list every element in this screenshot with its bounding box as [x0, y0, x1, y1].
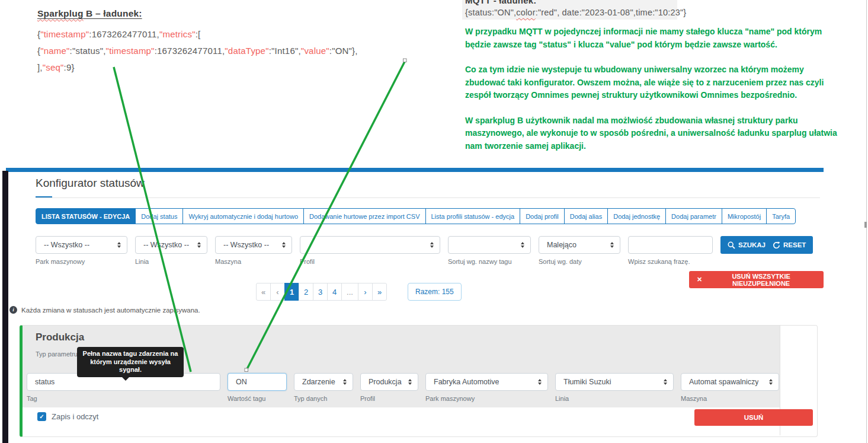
pagination-ellipsis[interactable]: ...: [341, 283, 358, 301]
field-label: Maszyna: [215, 258, 292, 265]
field-label: Typ danych: [294, 395, 353, 402]
filter-park-maszynowy-select[interactable]: -- Wszystko --: [36, 236, 127, 254]
field-label: Profil: [300, 258, 440, 265]
tab-taryfa[interactable]: Taryfa: [766, 208, 796, 224]
pagination-page-4[interactable]: 4: [327, 283, 342, 301]
json-key: "timestamp": [106, 46, 155, 56]
pagination-prev[interactable]: ‹: [270, 283, 285, 301]
status-park-maszynowy-group: Fabryka AutomotivePark maszynowy: [425, 373, 548, 402]
field-label: Maszyna: [681, 395, 779, 402]
status-wartosc-tagu-input[interactable]: ON: [228, 373, 287, 391]
mqtt-json-pre: {status:"ON",: [465, 8, 516, 17]
pagination-page-2[interactable]: 2: [299, 283, 313, 301]
mqtt-json-post: :"red", date:"2023-01-08",time:"10:23"}: [536, 8, 687, 17]
json-text: :1673262477011,: [155, 46, 225, 56]
page: Sparkplug B – ładunek: {"timestamp":1673…: [0, 0, 868, 443]
tooltip-line-2: którym urządzenie wysyła sygnał.: [81, 358, 180, 374]
tab-dodaj-jednostke[interactable]: Dodaj jednostkę: [607, 208, 666, 224]
json-key: "dataType": [225, 46, 268, 56]
field-label: Wpisz szukaną frazę.: [628, 258, 713, 265]
read-write-checkbox[interactable]: [37, 412, 46, 421]
json-text: :"ON"},: [329, 46, 358, 56]
field-label: Park maszynowy: [36, 258, 127, 265]
status-typ-danych-select[interactable]: Zdarzenie: [294, 373, 353, 391]
sort-updown-icon: [430, 242, 434, 248]
filter-profil-group: Profil: [300, 236, 440, 265]
delete-all-button-label: USUŃ WSZSYTKIE NIEUZUPEŁNIONE: [706, 273, 816, 287]
mqtt-paragraph-3: W sparkplug B użytkownik nadal ma możlwi…: [465, 114, 845, 153]
mqtt-note: MQTT - ładunek: {status:"ON",color:"red"…: [465, 0, 845, 152]
pagination-page-3[interactable]: 3: [313, 283, 328, 301]
status-maszyna-select[interactable]: Automat spawalniczy: [681, 373, 779, 391]
filter-maszyna-select[interactable]: -- Wszystko --: [215, 236, 292, 254]
json-text: :[: [196, 29, 201, 39]
field-value: status: [35, 378, 55, 386]
filter-sortuj-wg-daty-group: MalejącoSortuj wg. daty: [539, 236, 620, 265]
tab-dodaj-alias[interactable]: Dodaj alias: [564, 208, 608, 224]
pagination-page-1[interactable]: 1: [284, 283, 299, 301]
tab-wykryj-automatycznie-i-dodaj-hurtowo[interactable]: Wykryj automatycznie i dodaj hurtowo: [182, 208, 304, 224]
sort-updown-icon: [769, 379, 773, 385]
field-value: Zdarzenie: [302, 378, 335, 386]
total-badge: Razem: 155: [408, 283, 462, 301]
tab-dodaj-profil[interactable]: Dodaj profil: [520, 208, 565, 224]
tooltip-arrow: [122, 377, 129, 381]
filter-wpisz-szukana-fraze-group: Wpisz szukaną frazę.: [628, 236, 713, 265]
filter-sortuj-wg-daty-select[interactable]: Malejąco: [539, 236, 620, 254]
filter-sortuj-wg-nazwy-tagu-group: Sortuj wg. nazwy tagu: [448, 236, 531, 265]
tab-lista-statusow-edycja[interactable]: LISTA STATUSÓW - EDYCJA: [36, 208, 136, 224]
mqtt-note-title: MQTT - ładunek:: [465, 0, 845, 5]
sort-updown-icon: [117, 242, 121, 248]
sort-updown-icon: [408, 379, 412, 385]
sort-updown-icon: [343, 379, 347, 385]
scrollbar-marker: [864, 222, 867, 228]
json-text: :9}: [64, 62, 75, 72]
tab-dodaj-status[interactable]: Dodaj status: [135, 208, 183, 224]
search-icon: [728, 241, 735, 249]
filter-linia-select[interactable]: -- Wszystko --: [135, 236, 207, 254]
status-fields-row: statusTagONWartość taguZdarzenieTyp dany…: [27, 373, 779, 402]
field-value: Fabryka Automotive: [434, 378, 499, 386]
filter-park-maszynowy-group: -- Wszystko --Park maszynowy: [36, 236, 127, 265]
reset-button[interactable]: RESET: [765, 236, 813, 254]
tab-lista-profili-statusow-edycja[interactable]: Lista profili statusów - edycja: [425, 208, 521, 224]
autosave-note-text: Każda zmiana w statusach jest automatycz…: [21, 307, 200, 314]
tab-dodaj-parametr[interactable]: Dodaj parametr: [665, 208, 722, 224]
pagination-next[interactable]: ›: [358, 283, 373, 301]
field-label: Profil: [360, 395, 418, 402]
status-linia-select[interactable]: Tłumiki Suzuki: [555, 373, 674, 391]
read-write-row: Zapis i odczyt: [37, 412, 98, 421]
status-profil-select[interactable]: Produkcja: [360, 373, 418, 391]
tab-mikropostoj[interactable]: Mikropostój: [722, 208, 767, 224]
delete-status-button[interactable]: USUŃ: [694, 409, 813, 426]
json-text: :"status",: [70, 46, 106, 56]
pagination-first[interactable]: «: [256, 283, 271, 301]
pagination-last[interactable]: »: [372, 283, 387, 301]
field-label: Sortuj wg. daty: [539, 258, 620, 265]
json-text: ],: [37, 62, 43, 72]
status-profil-group: ProdukcjaProfil: [360, 373, 418, 402]
json-key: "timestamp": [40, 29, 89, 39]
sort-updown-icon: [521, 242, 524, 248]
sort-updown-icon: [197, 242, 201, 248]
filter-profil-select[interactable]: [300, 236, 440, 254]
json-text: :1673262477011,: [89, 29, 159, 39]
field-value: Produkcja: [369, 378, 402, 386]
tab-dodawanie-hurtowe-przez-import-csv[interactable]: Dodawanie hurtowe przez import CSV: [303, 208, 425, 224]
status-park-maszynowy-select[interactable]: Fabryka Automotive: [425, 373, 548, 391]
line-handle-top: [403, 59, 407, 62]
field-label: Linia: [555, 395, 674, 402]
field-value: -- Wszystko --: [223, 241, 269, 249]
json-key: "name": [40, 46, 69, 56]
json-key: "seq": [43, 62, 64, 72]
delete-all-button[interactable]: USUŃ WSZSYTKIE NIEUZUPEŁNIONE: [689, 271, 824, 288]
sparkplug-json-line: ],"seq":9}: [37, 59, 358, 76]
search-button[interactable]: SZUKAJ: [720, 236, 773, 254]
status-card-produkcja: Produkcja Typ parametru statusTagONWarto…: [20, 325, 818, 437]
title-divider: [36, 197, 820, 198]
filter-sortuj-wg-nazwy-tagu-select[interactable]: [448, 236, 531, 254]
json-text: :"Int16",: [269, 46, 301, 56]
filter-wpisz-szukana-fraze-input[interactable]: [628, 236, 713, 254]
field-value: -- Wszystko --: [44, 241, 89, 249]
status-maszyna-group: Automat spawalniczyMaszyna: [681, 373, 779, 402]
